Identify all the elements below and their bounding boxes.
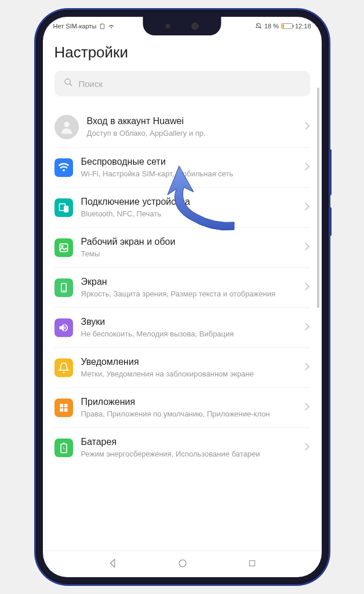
nav-bar xyxy=(43,550,322,577)
phone-frame: Нет SIM-карты 18 % 12:18 Настройки xyxy=(36,10,329,584)
svg-point-3 xyxy=(64,122,69,127)
item-title: Рабочий экран и обои xyxy=(81,236,296,248)
svg-rect-13 xyxy=(64,408,67,412)
device-connect-icon xyxy=(54,198,73,217)
settings-item-display[interactable]: Экран Яркость, Защита зрения, Размер тек… xyxy=(54,268,310,308)
item-title: Уведомления xyxy=(81,356,296,368)
search-placeholder: Поиск xyxy=(79,79,103,89)
camera-dot xyxy=(192,23,199,30)
sound-icon xyxy=(54,318,73,337)
chevron-right-icon xyxy=(304,362,310,374)
svg-rect-17 xyxy=(249,560,254,566)
sim-card-icon xyxy=(99,23,105,30)
chevron-right-icon xyxy=(304,282,310,294)
sim-status-text: Нет SIM-карты xyxy=(53,23,97,30)
settings-item-wallpaper[interactable]: Рабочий экран и обои Темы xyxy=(54,228,310,268)
battery-pct-text: 18 % xyxy=(264,23,279,30)
volume-button[interactable] xyxy=(329,149,332,195)
item-title: Батарея xyxy=(81,436,296,448)
recents-button[interactable] xyxy=(247,559,257,570)
scrollbar[interactable] xyxy=(317,88,319,308)
item-sub: Права, Приложения по умолчанию, Приложен… xyxy=(81,409,296,419)
battery-status-icon xyxy=(281,23,293,29)
power-button[interactable] xyxy=(329,207,332,236)
notch xyxy=(143,17,221,35)
item-sub: Bluetooth, NFC, Печать xyxy=(81,209,296,219)
item-title: Беспроводные сети xyxy=(81,156,296,168)
search-input[interactable]: Поиск xyxy=(54,71,310,96)
wifi-status-icon xyxy=(108,23,115,30)
mute-icon xyxy=(255,23,262,30)
svg-rect-6 xyxy=(60,244,67,251)
item-title: Приложения xyxy=(81,396,296,408)
screen: Нет SIM-карты 18 % 12:18 Настройки xyxy=(43,17,322,577)
apps-icon xyxy=(54,399,73,417)
svg-point-7 xyxy=(61,245,63,247)
svg-point-1 xyxy=(65,79,70,84)
account-item[interactable]: Вход в аккаунт Huawei Доступ в Облако, A… xyxy=(54,107,310,148)
svg-line-2 xyxy=(70,84,72,86)
svg-rect-12 xyxy=(60,408,63,412)
chevron-right-icon xyxy=(304,162,310,173)
settings-item-device-connect[interactable]: Подключение устройства Bluetooth, NFC, П… xyxy=(54,188,310,228)
battery-icon xyxy=(54,439,73,457)
item-sub: Яркость, Защита зрения, Размер текста и … xyxy=(81,289,296,299)
back-button[interactable] xyxy=(107,558,118,571)
display-icon xyxy=(54,278,73,297)
chevron-right-icon xyxy=(304,202,310,213)
settings-item-apps[interactable]: Приложения Права, Приложения по умолчани… xyxy=(54,388,310,428)
chevron-right-icon xyxy=(304,242,310,253)
home-button[interactable] xyxy=(177,558,188,571)
chevron-right-icon xyxy=(304,402,310,414)
clock-text: 12:18 xyxy=(295,23,311,30)
sensor-dot xyxy=(165,24,170,28)
chevron-right-icon xyxy=(304,442,310,454)
item-sub: Wi-Fi, Настройка SIM-карт, Мобильная сет… xyxy=(81,169,296,179)
avatar-icon xyxy=(54,115,79,139)
wallpaper-icon xyxy=(54,238,73,257)
svg-rect-10 xyxy=(60,404,63,407)
item-title: Экран xyxy=(81,276,296,288)
settings-item-bell[interactable]: Уведомления Метки, Уведомления на заблок… xyxy=(54,348,310,388)
item-sub: Не беспокоить, Мелодия вызова, Вибрация xyxy=(81,329,296,339)
svg-rect-11 xyxy=(64,404,67,407)
settings-item-wifi[interactable]: Беспроводные сети Wi-Fi, Настройка SIM-к… xyxy=(54,148,310,188)
wifi-icon xyxy=(54,158,73,177)
bell-icon xyxy=(54,358,73,377)
account-title: Вход в аккаунт Huawei xyxy=(87,115,296,128)
item-title: Подключение устройства xyxy=(81,196,296,208)
svg-rect-5 xyxy=(64,206,68,212)
item-sub: Темы xyxy=(81,249,296,259)
settings-item-battery[interactable]: Батарея Режим энергосбережения, Использо… xyxy=(54,428,310,468)
chevron-right-icon xyxy=(304,121,310,133)
settings-item-sound[interactable]: Звуки Не беспокоить, Мелодия вызова, Виб… xyxy=(54,308,310,348)
item-sub: Режим энергосбережения, Использование ба… xyxy=(81,449,296,459)
page-title: Настройки xyxy=(54,44,310,61)
search-icon xyxy=(64,78,73,89)
item-title: Звуки xyxy=(81,316,296,328)
svg-point-16 xyxy=(179,560,186,567)
settings-content: Настройки Поиск Вход в аккаунт Huawei До… xyxy=(43,35,322,550)
item-sub: Метки, Уведомления на заблокированном эк… xyxy=(81,369,296,379)
chevron-right-icon xyxy=(304,322,310,334)
account-sub: Доступ в Облако, AppGallery и пр. xyxy=(87,128,296,139)
